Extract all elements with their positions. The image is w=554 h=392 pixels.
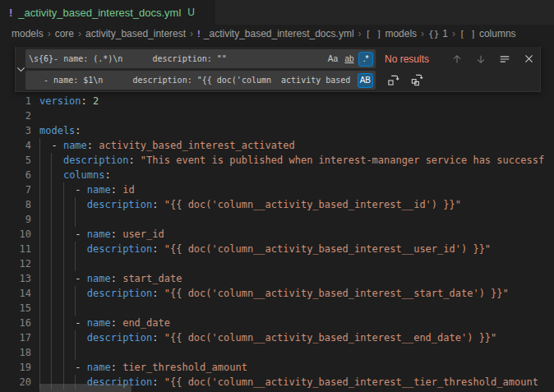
selection-icon <box>499 53 510 65</box>
breadcrumb-separator-icon: › <box>78 28 81 39</box>
code-line[interactable]: 6 columns: <box>0 168 554 182</box>
search-options: Aa ab .* <box>325 52 373 67</box>
breadcrumb-label: core <box>55 28 74 39</box>
code-line[interactable]: 3models: <box>0 123 554 138</box>
code-text: description: "{{ doc('column__activity_b… <box>39 286 554 301</box>
replace-row: AB <box>25 71 537 90</box>
code-line[interactable]: 18 <box>0 345 554 360</box>
code-text: - name: activity_based_interest_activate… <box>39 138 554 153</box>
line-number: 8 <box>0 197 31 212</box>
code-line[interactable]: 7 - name: id <box>0 182 554 197</box>
code-line[interactable]: 2 <box>0 108 554 123</box>
find-row: Aa ab .* No results <box>25 49 537 68</box>
toggle-replace-button[interactable] <box>16 47 25 91</box>
line-number: 20 <box>0 375 31 390</box>
replace-button[interactable] <box>385 72 401 89</box>
breadcrumb-item[interactable]: activity_based_interest <box>85 28 186 39</box>
replace-input[interactable] <box>25 71 376 90</box>
code-text <box>39 301 554 316</box>
replace-icon <box>387 74 399 86</box>
search-input-wrap: Aa ab .* <box>25 49 376 68</box>
line-number: 14 <box>0 286 31 301</box>
code-text: version: 2 <box>39 94 554 108</box>
find-replace-widget: Aa ab .* No results <box>15 47 541 92</box>
code-line[interactable]: 9 <box>0 212 554 227</box>
code-text: - name: start_date <box>39 271 554 286</box>
line-number: 18 <box>0 345 31 360</box>
breadcrumb-item[interactable]: [ ]columns <box>459 28 516 39</box>
vscode-window: { "colors": { "editor_bg": "#1e1e1e", "t… <box>0 0 554 392</box>
code-text: description: "{{ doc('column__activity_b… <box>39 330 554 345</box>
breadcrumb-item[interactable]: core <box>55 28 74 39</box>
line-number: 7 <box>0 182 31 197</box>
code-line[interactable]: 11 description: "{{ doc('column__activit… <box>0 242 554 256</box>
code-area[interactable]: 1version: 223models:4 - name: activity_b… <box>0 43 554 392</box>
editor-tab[interactable]: ! _activity_based_interest_docs.yml U <box>0 0 215 25</box>
line-number: 1 <box>0 94 31 108</box>
line-number: 3 <box>0 123 31 138</box>
code-text: - name: tier_threshold_amount <box>39 360 554 375</box>
breadcrumb-label: activity_based_interest <box>85 28 186 39</box>
line-number: 19 <box>0 360 31 375</box>
git-untracked-badge: U <box>187 7 195 18</box>
line-number: 2 <box>0 108 31 123</box>
code-line[interactable]: 13 - name: start_date <box>0 271 554 286</box>
breadcrumb-item[interactable]: [ ]models <box>366 28 418 39</box>
arrow-up-icon <box>451 53 463 65</box>
code-text: description: "{{ doc('column__activity_b… <box>39 197 554 212</box>
code-text: description: "This event is published wh… <box>39 153 554 168</box>
symbol-object-icon: {} <box>428 29 439 39</box>
symbol-array-icon: [ ] <box>459 29 476 39</box>
code-text <box>39 212 554 227</box>
line-number: 15 <box>0 301 31 316</box>
code-line[interactable]: 5 description: "This event is published … <box>0 153 554 168</box>
breadcrumb-separator-icon: › <box>358 28 362 39</box>
code-line[interactable]: 4 - name: activity_based_interest_activa… <box>0 138 554 153</box>
code-line[interactable]: 10 - name: user_id <box>0 227 554 242</box>
find-rows: Aa ab .* No results <box>25 47 540 91</box>
breadcrumb-label: models <box>12 28 44 39</box>
next-match-button[interactable] <box>473 51 489 67</box>
code-line[interactable]: 14 description: "{{ doc('column__activit… <box>0 286 554 301</box>
line-number: 6 <box>0 168 31 182</box>
close-find-button[interactable] <box>520 51 537 67</box>
code-text: - name: id <box>39 182 554 197</box>
breadcrumb-separator-icon: › <box>452 28 455 39</box>
code-line[interactable]: 1version: 2 <box>0 94 554 108</box>
chevron-down-icon <box>16 65 25 74</box>
breadcrumb-item[interactable]: models <box>12 28 44 39</box>
breadcrumb-label: _activity_based_interest_docs.yml <box>204 28 354 39</box>
code-line[interactable]: 8 description: "{{ doc('column__activity… <box>0 197 554 212</box>
regex-toggle[interactable]: .* <box>358 52 373 67</box>
code-line[interactable]: 15 <box>0 301 554 316</box>
search-input[interactable] <box>25 49 376 68</box>
whole-word-toggle[interactable]: ab <box>342 52 357 67</box>
replace-input-wrap: AB <box>25 71 376 90</box>
symbol-array-icon: [ ] <box>366 29 382 39</box>
file-warning-icon: ! <box>197 29 201 39</box>
yaml-file-icon: ! <box>9 7 12 19</box>
line-number: 9 <box>0 212 31 227</box>
match-case-toggle[interactable]: Aa <box>325 52 340 67</box>
line-number: 16 <box>0 316 31 330</box>
line-number: 17 <box>0 330 31 345</box>
code-text <box>39 108 554 123</box>
code-line[interactable]: 12 <box>0 256 554 271</box>
breadcrumb-label: 1 <box>442 28 448 39</box>
code-text <box>39 256 554 271</box>
code-line[interactable]: 16 - name: end_date <box>0 316 554 330</box>
breadcrumb-item[interactable]: {}1 <box>428 28 448 39</box>
line-number: 5 <box>0 153 31 168</box>
replace-all-button[interactable] <box>409 72 425 89</box>
previous-match-button[interactable] <box>449 51 465 67</box>
code-line[interactable]: 19 - name: tier_threshold_amount <box>0 360 554 375</box>
code-line[interactable]: 17 description: "{{ doc('column__activit… <box>0 330 554 345</box>
preserve-case-toggle[interactable]: AB <box>358 73 373 88</box>
breadcrumb-separator-icon: › <box>421 28 424 39</box>
find-nav-buttons <box>449 51 537 67</box>
horizontal-scrollbar[interactable] <box>39 384 132 392</box>
breadcrumb-item[interactable]: !_activity_based_interest_docs.yml <box>197 28 353 39</box>
find-in-selection-button[interactable] <box>496 51 513 67</box>
arrow-down-icon <box>475 53 487 65</box>
editor-pane: Aa ab .* No results <box>0 43 554 392</box>
